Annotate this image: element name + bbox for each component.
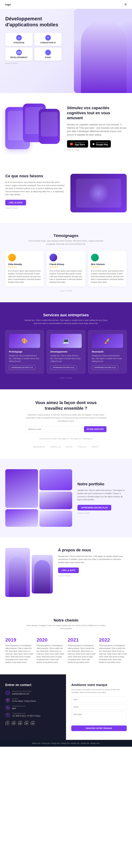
together-email-input[interactable] (26, 426, 82, 432)
google-play-name: Google Play (96, 144, 108, 146)
timeline-year-2019: 2019 (5, 637, 33, 643)
service-icon-3: 🚀 (104, 338, 111, 344)
app-store-name: App Store (74, 144, 85, 146)
portfolio-section: Notre portfolio Sample text. Click to se… (0, 459, 132, 537)
timeline-text-2022: Fistucoing gotoco in l'arrangment vàleco… (99, 644, 127, 664)
testimonial-3: Nick Johnson ★★★★★ Et et mi lorem ipsum,… (88, 251, 127, 286)
hero-card-label-3: ESSAI (45, 56, 51, 58)
bottom-section: Entrer en contact ✉ GRAPHIQUE POUR NOUS … (0, 674, 132, 740)
phone-3 (39, 109, 60, 144)
testimonial-stars-2: ★★★★★ (49, 266, 82, 268)
service-title-1: Prototypage (9, 350, 40, 353)
timeline-text-2021: Fistucoing gotoco in l'arrangment vàleco… (68, 644, 96, 664)
contact-value-0: graphique@nous.com (12, 693, 31, 695)
hero-card-label-0: STRATÉGIE (14, 41, 24, 44)
timeline-year-2022: 2022 (99, 637, 127, 643)
hero-card-0[interactable]: ◎ STRATÉGIE (5, 33, 32, 46)
service-card-3: 🚀 Nouveauté Sample text. Click to select… (88, 330, 127, 374)
testimonial-1: Célia Almeida ★★★★★ Et et mi lorem ipsum… (5, 251, 44, 286)
testimonial-stars-1: ★★★★★ (8, 266, 41, 268)
timeline-item-2022: 2022 Fistucoing gotoco in l'arrangment v… (99, 637, 127, 664)
services-subtitle: Sample text. Click to select this text b… (24, 319, 108, 325)
email-icon: ✉ (7, 691, 9, 694)
portfolio-text: Notre portfolio Sample text. Click to se… (77, 482, 127, 514)
service-illus-1: 🎨 (9, 334, 40, 348)
portfolio-col-1 (5, 469, 38, 527)
stimulez-description: Stimulez vos capacités cognitives tout e… (67, 123, 127, 136)
brand-tesla: TESLA (78, 445, 86, 448)
contact-item-2: 📞 TÉLÉPHONE 0135 0800 (5, 705, 61, 710)
portfolio-title: Notre portfolio (77, 482, 127, 486)
together-section: Vous aimez la façon dont vous travaillez… (0, 389, 132, 459)
social-facebook[interactable]: f (5, 721, 10, 726)
service-cta-3[interactable]: APPRENDRE ENCORE PLUS (92, 365, 118, 370)
contact-text-0: GRAPHIQUE POUR NOUS graphique@nous.com (12, 690, 31, 695)
nav-menu-icon[interactable]: ≡ (125, 2, 127, 7)
services-credit: Image de Freepik (5, 377, 127, 379)
testimonial-2: Franck Kiriney ★★★★★ Et et mi lorem ipsu… (47, 251, 85, 286)
contact-text-1: ZURGAL 15 Rue Alibek, 3 District Borea (12, 698, 36, 703)
about-img-main (5, 548, 30, 597)
contact-label-3: TÉLÉPHONE 0135 (12, 713, 41, 714)
about-description: Sample text. Click to select this text b… (58, 555, 127, 564)
contact-section: Entrer en contact ✉ GRAPHIQUE POUR NOUS … (0, 674, 66, 740)
together-form: ÉTUDE GRATUITE (26, 426, 106, 432)
contact-icon-2: 📞 (5, 705, 10, 710)
location-icon: 📍 (6, 699, 9, 702)
social-instagram[interactable]: in (24, 721, 29, 726)
timeline-item-2019: 2019 Fistucoing gotoco in l'arrangment v… (5, 637, 33, 664)
contact-icon-3: 📱 (5, 712, 10, 717)
what-cta-button[interactable]: LIRE LA SUITE (5, 200, 26, 205)
brand-email-input[interactable] (71, 704, 127, 710)
about-cta-button[interactable]: LIRE LA SUITE (58, 567, 79, 573)
service-icon-1: 🎨 (21, 338, 28, 344)
hero-image-credit: Image de Freepik (5, 62, 61, 64)
testimonials-subtitle: Et et mi lorem lorem, quis maximus lorem… (24, 240, 108, 246)
what-credit: Image de Freepik (5, 207, 65, 209)
hero-card-2[interactable]: ⌨ DÉVELOPPEMENT (5, 48, 32, 61)
hero-card-3[interactable]: ✓ ESSAI (34, 48, 61, 61)
what-we-do-section: Ce que nous faisons Et et mi lorem ipsum… (0, 163, 132, 223)
service-cta-1[interactable]: APPRENDRE ENCORE PLUS (9, 365, 35, 370)
social-youtube[interactable]: yt (18, 721, 23, 726)
phone-icon: 📞 (6, 706, 9, 709)
nav-logo[interactable]: logo (5, 3, 11, 6)
services-grid: 🎨 Prototypage Sample text. Click to sele… (5, 330, 127, 374)
brand-submit-button[interactable]: ENVOYER VOTRE TRAVAUX (71, 725, 127, 731)
avatar-nick (91, 254, 99, 261)
apple-icon: 🍎 (70, 142, 73, 146)
brand-section: Améliorez votre marque Vous pouvez nous … (66, 674, 132, 740)
service-desc-2: Sample text. Click to select this text b… (50, 354, 81, 363)
what-text: Ce que nous faisons Et et mi lorem ipsum… (5, 174, 65, 209)
contact-item-1: 📍 ZURGAL 15 Rue Alibek, 3 District Borea (5, 698, 61, 703)
what-description: Et et mi lorem ipsum, quis maximus tempo… (5, 181, 65, 196)
purple-device (71, 174, 127, 212)
service-desc-1: Sample text. Click to select this text b… (9, 354, 40, 363)
footer-text: design par • design par • design par • d… (32, 742, 100, 744)
about-section: À propos de nous Sample text. Click to s… (0, 537, 132, 608)
brand-name-input[interactable] (71, 697, 127, 702)
testimonial-text-1: Et et mi lorem ipsum, quis maximus lorem… (8, 270, 41, 284)
about-img-secondary (32, 555, 53, 593)
portfolio-phone-3 (39, 510, 72, 527)
brand-ev3a: EV3A (66, 445, 73, 448)
portfolio-cta-button[interactable]: APPRENDRE ENCORE PLUS (77, 505, 111, 510)
hero-card-icon-3: ✓ (45, 50, 51, 55)
brand-message-input[interactable] (71, 711, 127, 724)
stimulez-title: Stimulez vos capacités cognitives tout e… (67, 105, 127, 121)
app-store-button[interactable]: 🍎 Téléchargez sur l' App Store (67, 140, 88, 148)
timeline-title: Notre chemin (5, 618, 127, 623)
hero-card-1[interactable]: ✦ CONCEPTION UI (34, 33, 61, 46)
app-store-text: Téléchargez sur l' App Store (74, 142, 85, 146)
service-icon-2: 💻 (63, 338, 69, 344)
app-store-top: Téléchargez sur l' (74, 142, 85, 144)
contact-value-1: 15 Rue Alibek, 3 District Borea (12, 700, 36, 703)
service-cta-2[interactable]: APPRENDRE ENCORE PLUS (50, 365, 77, 370)
portfolio-phone-1 (39, 469, 72, 490)
google-play-button[interactable]: ▶ DISPONIBLE SUR Google Play (90, 140, 111, 148)
social-pinterest[interactable]: p (31, 721, 35, 726)
hero-content: Développement d'applications mobiles ◎ S… (5, 16, 61, 64)
social-linkedin[interactable]: in (11, 721, 17, 726)
testimonial-stars-3: ★★★★★ (91, 266, 124, 268)
together-cta-button[interactable]: ÉTUDE GRATUITE (84, 426, 106, 432)
